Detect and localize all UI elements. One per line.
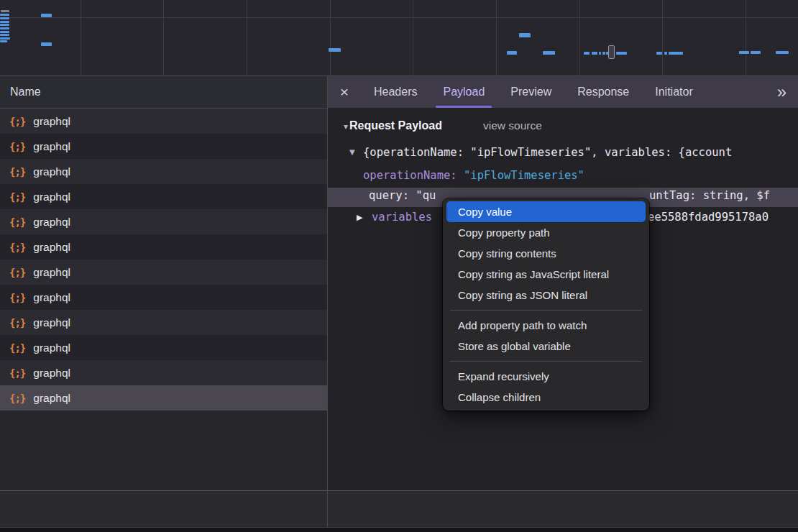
property-string-value: "ipFlowTimeseries" <box>464 169 584 182</box>
tab-initiator[interactable]: Initiator <box>642 76 705 108</box>
request-row[interactable]: {;}graphql <box>0 385 327 411</box>
overview-request-bar <box>543 51 555 55</box>
overview-request-bar <box>0 17 9 19</box>
query-row-right-fragment: untTag: string, $f <box>649 189 770 202</box>
summary-footer <box>0 491 798 527</box>
request-row[interactable]: {;}graphql <box>0 109 327 134</box>
tab-preview[interactable]: Preview <box>497 76 564 108</box>
request-name: graphql <box>33 241 70 254</box>
request-name: graphql <box>33 316 70 329</box>
section-title: Request Payload <box>349 119 442 132</box>
more-tabs-icon[interactable]: » <box>766 76 798 108</box>
overview-request-bar <box>592 52 597 55</box>
detail-tab-bar: × HeadersPayloadPreviewResponseInitiator… <box>328 76 798 108</box>
overview-gridline <box>746 0 746 75</box>
request-row[interactable]: {;}graphql <box>0 234 327 260</box>
request-row[interactable]: {;}graphql <box>0 335 327 360</box>
menu-item-store-as-global-variable[interactable]: Store as global variable <box>446 336 646 357</box>
json-script-icon: {;} <box>9 141 25 152</box>
overview-request-bar <box>602 52 605 55</box>
object-expand-icon[interactable]: ▼ <box>349 148 355 156</box>
overview-request-bar <box>0 34 9 36</box>
context-menu: Copy valueCopy property pathCopy string … <box>443 198 649 411</box>
json-script-icon: {;} <box>9 116 25 127</box>
overview-gridline <box>413 0 413 75</box>
json-script-icon: {;} <box>9 166 25 178</box>
overview-request-bar <box>0 24 9 26</box>
overview-bar-gray <box>1 10 9 12</box>
overview-gridline <box>662 0 663 75</box>
tab-headers[interactable]: Headers <box>361 76 430 108</box>
request-payload-section-header: ▾ Request Payload view source <box>344 119 542 132</box>
view-source-link[interactable]: view source <box>483 119 542 132</box>
panel-divider[interactable] <box>327 76 328 532</box>
tab-payload[interactable]: Payload <box>430 76 497 108</box>
overview-request-bar <box>0 21 9 23</box>
request-row[interactable]: {;}graphql <box>0 360 327 385</box>
overview-request-bar <box>776 51 789 54</box>
name-column-label: Name <box>10 86 41 98</box>
overview-request-bar <box>656 52 662 55</box>
json-script-icon: {;} <box>9 317 25 329</box>
overview-request-bar <box>519 33 531 37</box>
menu-separator <box>450 310 642 311</box>
overview-gridline <box>81 0 81 75</box>
overview-request-bar <box>599 52 601 55</box>
overview-request-bar <box>329 48 341 52</box>
menu-item-copy-string-contents[interactable]: Copy string contents <box>446 243 646 264</box>
menu-item-add-property-path-to-watch[interactable]: Add property path to watch <box>446 315 646 336</box>
operation-name-row[interactable]: operationName: "ipFlowTimeseries" <box>363 169 584 182</box>
json-script-icon: {;} <box>9 292 25 303</box>
request-name: graphql <box>33 341 70 354</box>
request-name: graphql <box>33 165 70 178</box>
overview-request-bar <box>616 52 627 55</box>
window-bottom-edge <box>0 527 798 532</box>
variables-key[interactable]: variables <box>372 211 432 224</box>
close-icon[interactable]: × <box>328 76 361 108</box>
payload-object-preview[interactable]: {operationName: "ipFlowTimeseries", vari… <box>363 146 732 159</box>
section-collapse-icon[interactable]: ▾ <box>344 121 348 132</box>
menu-item-copy-string-as-json-literal[interactable]: Copy string as JSON literal <box>446 285 646 306</box>
request-name: graphql <box>33 216 70 229</box>
overview-request-bar <box>0 27 9 29</box>
request-name: graphql <box>33 140 70 153</box>
request-name: graphql <box>33 266 70 279</box>
name-column-header[interactable]: Name <box>0 76 327 109</box>
request-name: graphql <box>33 115 70 128</box>
menu-item-expand-recursively[interactable]: Expand recursively <box>446 366 646 387</box>
overview-request-bar <box>0 31 9 33</box>
request-row[interactable]: {;}graphql <box>0 285 327 310</box>
request-row[interactable]: {;}graphql <box>0 134 327 159</box>
menu-item-copy-string-as-javascript-literal[interactable]: Copy string as JavaScript literal <box>446 264 646 285</box>
request-row[interactable]: {;}graphql <box>0 159 327 184</box>
variables-expand-icon[interactable]: ▶ <box>357 213 362 222</box>
overview-selection-tick <box>608 45 615 59</box>
request-name: graphql <box>33 191 70 203</box>
request-row[interactable]: {;}graphql <box>0 310 327 335</box>
request-name: graphql <box>33 291 70 304</box>
request-list: {;}graphql{;}graphql{;}graphql{;}graphql… <box>0 109 327 411</box>
overview-gridline <box>579 0 580 75</box>
devtools-network-panel: Name {;}graphql{;}graphql{;}graphql{;}gr… <box>0 0 798 532</box>
menu-item-copy-value[interactable]: Copy value <box>446 201 646 222</box>
request-name: graphql <box>33 367 70 380</box>
request-row[interactable]: {;}graphql <box>0 209 327 234</box>
overview-request-bar <box>41 14 52 17</box>
request-row[interactable]: {;}graphql <box>0 184 327 209</box>
menu-separator <box>450 361 642 362</box>
variables-right-fragment: ee5588fdad995178a0 <box>648 211 769 224</box>
menu-item-collapse-children[interactable]: Collapse children <box>446 387 646 408</box>
overview-request-bar <box>41 42 52 46</box>
request-row[interactable]: {;}graphql <box>0 260 327 285</box>
menu-item-copy-property-path[interactable]: Copy property path <box>446 222 646 243</box>
query-row-left-fragment: query: "qu <box>369 189 436 202</box>
json-script-icon: {;} <box>9 191 25 203</box>
overview-row-divider <box>0 17 798 18</box>
json-script-icon: {;} <box>9 393 25 404</box>
network-overview-timeline[interactable] <box>0 0 798 76</box>
json-script-icon: {;} <box>9 216 25 228</box>
property-key: operationName: <box>363 169 464 182</box>
tab-response[interactable]: Response <box>564 76 642 108</box>
footer-divider <box>0 490 798 491</box>
overview-request-bar <box>584 52 590 55</box>
